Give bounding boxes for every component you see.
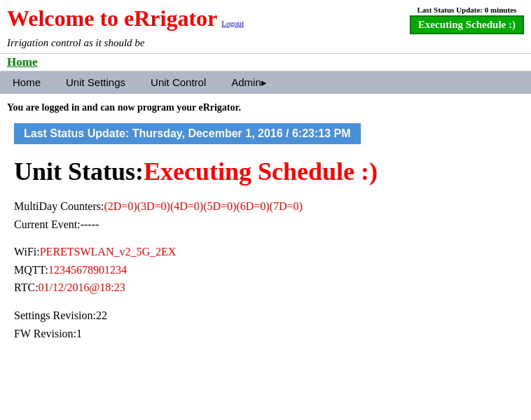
breadcrumb-home[interactable]: Home: [7, 55, 37, 69]
unit-status-value: Executing Schedule :): [144, 158, 378, 186]
nav-item-unit-control[interactable]: Unit Control: [138, 74, 219, 91]
rtc-label: RTC:: [14, 281, 39, 293]
executing-badge: Executing Schedule :): [410, 15, 524, 34]
settings-revision-label: Settings Revision:: [14, 309, 96, 321]
header-right: Last Status Update: 0 minutes Executing …: [410, 6, 524, 34]
header: Welcome to eRrigator Logout Last Status …: [0, 0, 531, 37]
fw-revision-label: FW Revision:: [14, 328, 76, 340]
current-event-value: -----: [81, 218, 99, 230]
multiday-value: (2D=0)(3D=0)(4D=0)(5D=0)(6D=0)(7D=0): [104, 200, 302, 212]
nav-item-unit-settings[interactable]: Unit Settings: [53, 74, 138, 91]
breadcrumb-bar: Home: [0, 53, 531, 71]
subtitle: Irrigation control as it should be: [0, 37, 531, 53]
fw-revision-value: 1: [76, 328, 82, 340]
unit-status-label: Unit Status:: [14, 158, 144, 186]
connection-block: WiFi:PERETSWLAN_v2_5G_2EX MQTT:123456789…: [14, 243, 517, 297]
nav-item-admin[interactable]: Admin▸: [219, 74, 280, 91]
wifi-value: PERETSWLAN_v2_5G_2EX: [40, 246, 177, 258]
unit-status-line: Unit Status:Executing Schedule :): [14, 157, 517, 186]
mqtt-value: 12345678901234: [48, 264, 127, 276]
header-status-update-label: Last Status Update: 0 minutes: [410, 6, 524, 14]
multiday-block: MultiDay Counters:(2D=0)(3D=0)(4D=0)(5D=…: [14, 197, 517, 233]
current-event-label: Current Event:: [14, 218, 81, 230]
wifi-label: WiFi:: [14, 246, 40, 258]
revision-block: Settings Revision:22 FW Revision:1: [14, 307, 517, 342]
navbar: Home Unit Settings Unit Control Admin▸: [0, 71, 531, 94]
logout-link[interactable]: Logout: [221, 19, 244, 27]
main-content: Last Status Update: Thursday, December 1…: [0, 119, 531, 366]
status-banner: Last Status Update: Thursday, December 1…: [14, 123, 361, 144]
multiday-label: MultiDay Counters:: [14, 200, 104, 212]
settings-revision-value: 22: [96, 309, 107, 321]
mqtt-label: MQTT:: [14, 264, 48, 276]
header-left: Welcome to eRrigator Logout: [7, 6, 244, 31]
site-title: Welcome to eRrigator: [7, 6, 217, 31]
login-notice: You are logged in and can now program yo…: [0, 94, 531, 119]
nav-item-home[interactable]: Home: [0, 74, 53, 91]
rtc-value: 01/12/2016@18:23: [39, 281, 125, 293]
